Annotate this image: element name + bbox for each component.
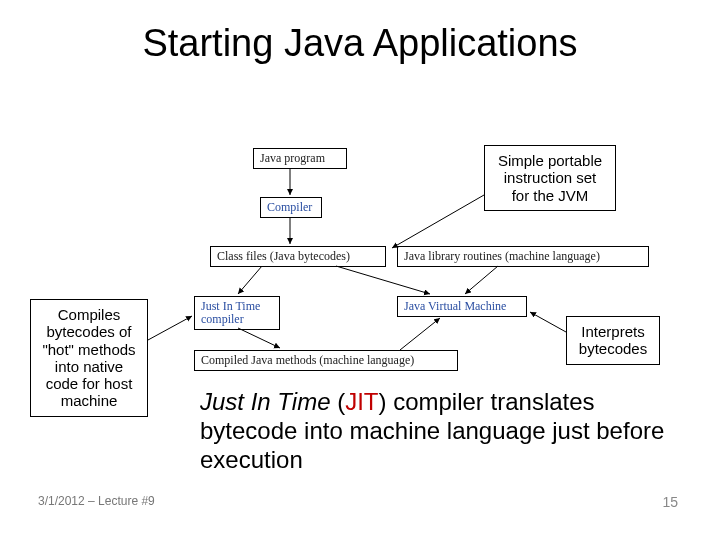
callout-compiles-hot: Compiles bytecodes of "hot" methods into… [30, 299, 148, 417]
slide-title: Starting Java Applications [0, 22, 720, 65]
svg-line-8 [148, 316, 192, 340]
svg-line-3 [336, 266, 430, 294]
callout-simple-portable: Simple portable instruction set for the … [484, 145, 616, 211]
body-text: Just In Time (JIT) compiler translates b… [200, 388, 665, 474]
footer-left: 3/1/2012 – Lecture #9 [38, 494, 155, 508]
box-compiler: Compiler [260, 197, 322, 218]
footer-right: 15 [662, 494, 678, 510]
box-class-files: Class files (Java bytecodes) [210, 246, 386, 267]
svg-line-7 [392, 195, 484, 248]
svg-line-4 [465, 266, 498, 294]
box-jvm: Java Virtual Machine [397, 296, 527, 317]
svg-line-5 [238, 328, 280, 348]
body-jit-italic: Just In Time [200, 388, 331, 415]
svg-line-9 [530, 312, 566, 332]
box-java-program: Java program [253, 148, 347, 169]
box-java-library: Java library routines (machine language) [397, 246, 649, 267]
box-compiled-methods: Compiled Java methods (machine language) [194, 350, 458, 371]
box-jit-compiler: Just In Time compiler [194, 296, 280, 330]
body-paren-open: ( [331, 388, 346, 415]
body-jit-red: JIT [345, 388, 378, 415]
callout-interprets: Interprets bytecodes [566, 316, 660, 365]
svg-line-2 [238, 266, 262, 294]
body-paren-close: ) [379, 388, 394, 415]
svg-line-6 [400, 318, 440, 350]
